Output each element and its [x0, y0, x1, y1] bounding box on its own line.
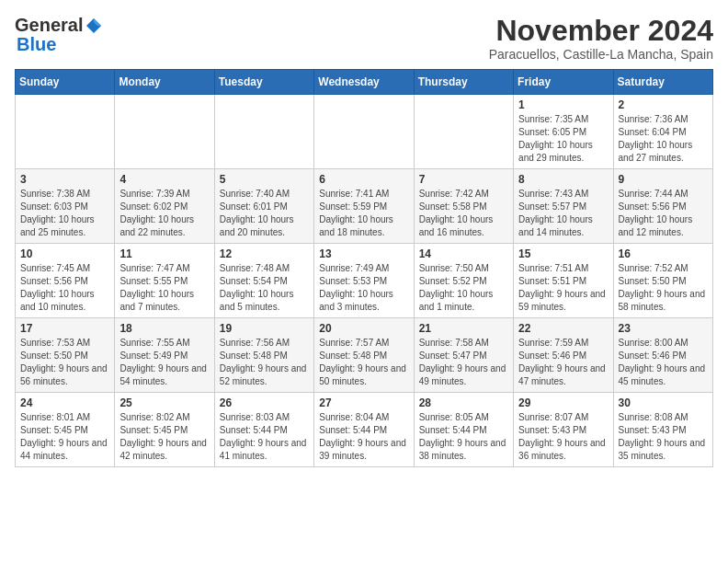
day-number: 26 [220, 396, 309, 409]
calendar-cell: 11Sunrise: 7:47 AM Sunset: 5:55 PM Dayli… [115, 244, 214, 318]
day-number: 4 [119, 173, 209, 186]
day-number: 3 [20, 173, 109, 186]
day-info: Sunrise: 7:38 AM Sunset: 6:03 PM Dayligh… [20, 188, 109, 239]
header-friday: Friday [514, 70, 613, 95]
header-tuesday: Tuesday [214, 70, 313, 95]
header-wednesday: Wednesday [314, 70, 414, 95]
logo: General Blue [15, 15, 103, 55]
day-info: Sunrise: 7:52 AM Sunset: 5:50 PM Dayligh… [619, 262, 708, 314]
calendar-cell: 23Sunrise: 8:00 AM Sunset: 5:46 PM Dayli… [613, 318, 712, 393]
calendar-cell [414, 95, 513, 169]
calendar-cell: 15Sunrise: 7:51 AM Sunset: 5:51 PM Dayli… [514, 244, 613, 318]
day-info: Sunrise: 7:35 AM Sunset: 6:05 PM Dayligh… [518, 113, 608, 165]
day-number: 9 [619, 173, 708, 186]
month-title: November 2024 [489, 15, 713, 47]
logo-icon [85, 17, 103, 35]
calendar-cell: 30Sunrise: 8:08 AM Sunset: 5:43 PM Dayli… [613, 393, 712, 467]
day-number: 30 [619, 396, 708, 409]
day-info: Sunrise: 7:48 AM Sunset: 5:54 PM Dayligh… [220, 262, 309, 314]
calendar-cell: 25Sunrise: 8:02 AM Sunset: 5:45 PM Dayli… [115, 393, 214, 467]
location: Paracuellos, Castille-La Mancha, Spain [489, 47, 713, 62]
header-row: SundayMondayTuesdayWednesdayThursdayFrid… [16, 70, 713, 95]
day-number: 7 [419, 173, 508, 186]
day-info: Sunrise: 7:59 AM Sunset: 5:46 PM Dayligh… [518, 337, 608, 388]
day-info: Sunrise: 8:05 AM Sunset: 5:44 PM Dayligh… [419, 411, 508, 463]
header-sunday: Sunday [16, 70, 115, 95]
day-number: 2 [619, 98, 708, 111]
calendar-cell: 8Sunrise: 7:43 AM Sunset: 5:57 PM Daylig… [514, 169, 613, 244]
day-number: 17 [20, 322, 109, 335]
calendar-cell: 4Sunrise: 7:39 AM Sunset: 6:02 PM Daylig… [115, 169, 214, 244]
calendar-cell [16, 95, 115, 169]
logo-general: General [15, 15, 83, 36]
day-number: 19 [220, 322, 309, 335]
calendar-cell: 17Sunrise: 7:53 AM Sunset: 5:50 PM Dayli… [16, 318, 115, 393]
calendar-cell: 13Sunrise: 7:49 AM Sunset: 5:53 PM Dayli… [314, 244, 414, 318]
day-info: Sunrise: 8:01 AM Sunset: 5:45 PM Dayligh… [20, 411, 109, 463]
calendar-cell [115, 95, 214, 169]
day-number: 18 [119, 322, 209, 335]
day-number: 28 [419, 396, 508, 409]
day-info: Sunrise: 7:44 AM Sunset: 5:56 PM Dayligh… [619, 188, 708, 239]
day-number: 15 [518, 247, 608, 260]
day-info: Sunrise: 8:00 AM Sunset: 5:46 PM Dayligh… [619, 337, 708, 388]
calendar-cell: 19Sunrise: 7:56 AM Sunset: 5:48 PM Dayli… [214, 318, 313, 393]
day-number: 10 [20, 247, 109, 260]
day-number: 23 [619, 322, 708, 335]
day-number: 12 [220, 247, 309, 260]
day-number: 29 [518, 396, 608, 409]
logo-blue-text: Blue [17, 34, 56, 54]
calendar-cell: 21Sunrise: 7:58 AM Sunset: 5:47 PM Dayli… [414, 318, 513, 393]
day-number: 13 [319, 247, 408, 260]
week-row-2: 10Sunrise: 7:45 AM Sunset: 5:56 PM Dayli… [16, 244, 713, 318]
day-info: Sunrise: 8:04 AM Sunset: 5:44 PM Dayligh… [319, 411, 408, 463]
calendar-cell: 1Sunrise: 7:35 AM Sunset: 6:05 PM Daylig… [514, 95, 613, 169]
header-saturday: Saturday [613, 70, 712, 95]
calendar-cell: 16Sunrise: 7:52 AM Sunset: 5:50 PM Dayli… [613, 244, 712, 318]
calendar: SundayMondayTuesdayWednesdayThursdayFrid… [15, 69, 713, 467]
day-info: Sunrise: 7:45 AM Sunset: 5:56 PM Dayligh… [20, 262, 109, 314]
day-info: Sunrise: 8:03 AM Sunset: 5:44 PM Dayligh… [220, 411, 309, 463]
calendar-body: 1Sunrise: 7:35 AM Sunset: 6:05 PM Daylig… [16, 95, 713, 467]
calendar-cell [214, 95, 313, 169]
calendar-cell: 9Sunrise: 7:44 AM Sunset: 5:56 PM Daylig… [613, 169, 712, 244]
week-row-0: 1Sunrise: 7:35 AM Sunset: 6:05 PM Daylig… [16, 95, 713, 169]
calendar-cell: 18Sunrise: 7:55 AM Sunset: 5:49 PM Dayli… [115, 318, 214, 393]
day-number: 20 [319, 322, 408, 335]
calendar-cell: 22Sunrise: 7:59 AM Sunset: 5:46 PM Dayli… [514, 318, 613, 393]
header-thursday: Thursday [414, 70, 513, 95]
day-info: Sunrise: 7:47 AM Sunset: 5:55 PM Dayligh… [119, 262, 209, 314]
page-header: General Blue November 2024 Paracuellos, … [15, 15, 713, 62]
day-number: 6 [319, 173, 408, 186]
calendar-cell: 3Sunrise: 7:38 AM Sunset: 6:03 PM Daylig… [16, 169, 115, 244]
day-info: Sunrise: 7:50 AM Sunset: 5:52 PM Dayligh… [419, 262, 508, 314]
calendar-cell: 10Sunrise: 7:45 AM Sunset: 5:56 PM Dayli… [16, 244, 115, 318]
day-info: Sunrise: 7:51 AM Sunset: 5:51 PM Dayligh… [518, 262, 608, 314]
calendar-cell [314, 95, 414, 169]
calendar-cell: 2Sunrise: 7:36 AM Sunset: 6:04 PM Daylig… [613, 95, 712, 169]
day-info: Sunrise: 8:08 AM Sunset: 5:43 PM Dayligh… [619, 411, 708, 463]
day-info: Sunrise: 7:57 AM Sunset: 5:48 PM Dayligh… [319, 337, 408, 388]
calendar-cell: 24Sunrise: 8:01 AM Sunset: 5:45 PM Dayli… [16, 393, 115, 467]
day-info: Sunrise: 7:53 AM Sunset: 5:50 PM Dayligh… [20, 337, 109, 388]
day-number: 27 [319, 396, 408, 409]
header-monday: Monday [115, 70, 214, 95]
week-row-3: 17Sunrise: 7:53 AM Sunset: 5:50 PM Dayli… [16, 318, 713, 393]
day-number: 21 [419, 322, 508, 335]
day-number: 22 [518, 322, 608, 335]
calendar-cell: 12Sunrise: 7:48 AM Sunset: 5:54 PM Dayli… [214, 244, 313, 318]
day-number: 11 [119, 247, 209, 260]
calendar-cell: 14Sunrise: 7:50 AM Sunset: 5:52 PM Dayli… [414, 244, 513, 318]
title-block: November 2024 Paracuellos, Castille-La M… [489, 15, 713, 62]
day-number: 24 [20, 396, 109, 409]
day-info: Sunrise: 7:55 AM Sunset: 5:49 PM Dayligh… [119, 337, 209, 388]
calendar-cell: 26Sunrise: 8:03 AM Sunset: 5:44 PM Dayli… [214, 393, 313, 467]
day-info: Sunrise: 7:43 AM Sunset: 5:57 PM Dayligh… [518, 188, 608, 239]
day-info: Sunrise: 7:36 AM Sunset: 6:04 PM Dayligh… [619, 113, 708, 165]
calendar-cell: 5Sunrise: 7:40 AM Sunset: 6:01 PM Daylig… [214, 169, 313, 244]
day-info: Sunrise: 7:56 AM Sunset: 5:48 PM Dayligh… [220, 337, 309, 388]
day-info: Sunrise: 7:42 AM Sunset: 5:58 PM Dayligh… [419, 188, 508, 239]
day-number: 5 [220, 173, 309, 186]
calendar-cell: 7Sunrise: 7:42 AM Sunset: 5:58 PM Daylig… [414, 169, 513, 244]
week-row-4: 24Sunrise: 8:01 AM Sunset: 5:45 PM Dayli… [16, 393, 713, 467]
